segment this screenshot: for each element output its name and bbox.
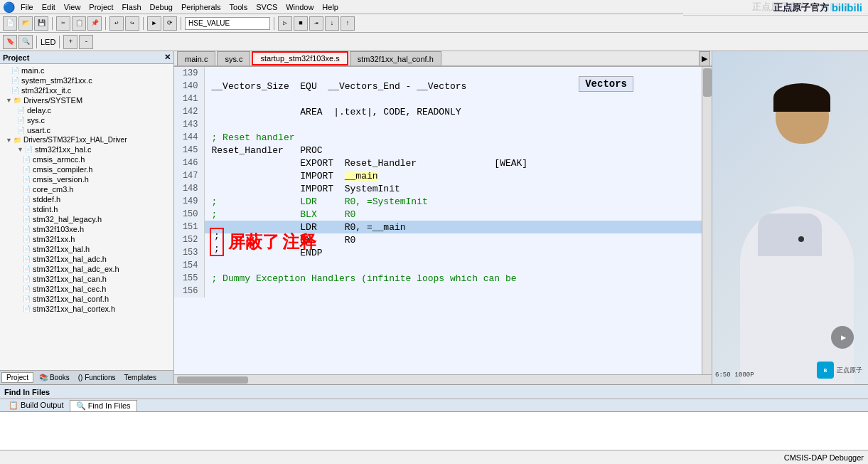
rebuild-btn[interactable]: ⟳ <box>163 16 177 31</box>
menu-item-flash[interactable]: Flash <box>122 3 141 11</box>
bookmark-btn[interactable]: 🔖 <box>3 35 17 49</box>
line-num-140: 140 <box>174 80 204 93</box>
step-out-btn[interactable]: ↑ <box>341 16 355 31</box>
menu-item-svcs[interactable]: SVCS <box>256 3 277 11</box>
menu-item-project[interactable]: Project <box>89 3 113 11</box>
file-icon: 📄 <box>23 275 31 283</box>
tree-item-system[interactable]: 📄 system_stm32f1xx.c <box>0 75 173 85</box>
tree-item-core-cm3[interactable]: 📄 core_cm3.h <box>0 184 173 194</box>
step-over-btn[interactable]: ⇥ <box>309 16 323 31</box>
tree-item-cmsis-armcc[interactable]: 📄 cmsis_armcc.h <box>0 154 173 164</box>
tree-item-hal[interactable]: ▼ 📄 stm32f1xx_hal.c <box>0 144 173 154</box>
build-btn[interactable]: ▶ <box>147 16 161 31</box>
sep-1 <box>52 17 53 30</box>
tree-item-it[interactable]: 📄 stm32f1xx_it.c <box>0 85 173 95</box>
tree-item-f103xe[interactable]: 📄 stm32f103xe.h <box>0 224 173 234</box>
tab-find-in-files[interactable]: 🔍 Find In Files <box>70 400 137 411</box>
hse-value-input[interactable] <box>185 17 270 30</box>
copy-btn[interactable]: 📋 <box>72 16 86 31</box>
tab-project[interactable]: Project <box>1 372 33 383</box>
h-scrollbar-thumb[interactable] <box>177 376 248 384</box>
menu-item-debug[interactable]: Debug <box>150 3 173 11</box>
tree-item-hal-legacy[interactable]: 📄 stm32_hal_legacy.h <box>0 214 173 224</box>
tree-item-sys[interactable]: 📄 sys.c <box>0 115 173 125</box>
toolbar-1: 📄 📂 💾 ✂ 📋 📌 ↩ ↪ ▶ ⟳ ▷ ■ ⇥ ↓ ↑ <box>0 14 868 33</box>
bili-top-brand-text: bilibili <box>832 1 862 14</box>
tree-item-hal-cec[interactable]: 📄 stm32f1xx_hal_cec.h <box>0 284 173 294</box>
tab-label: main.c <box>185 55 208 63</box>
menu-item-edit[interactable]: Edit <box>42 3 55 11</box>
line-num-146: 146 <box>174 157 204 169</box>
annotation-text-group: 屏蔽了 注释 <box>228 231 316 253</box>
tree-item-hal-h[interactable]: 📄 stm32f1xx_hal.h <box>0 244 173 254</box>
tab-main-c[interactable]: main.c <box>177 51 215 65</box>
tree-item-cmsis-version[interactable]: 📄 cmsis_version.h <box>0 174 173 184</box>
new-file-btn[interactable]: 📄 <box>3 16 17 31</box>
tab-hal-conf[interactable]: stm32f1xx_hal_conf.h <box>350 51 441 65</box>
tree-item-hal-conf[interactable]: 📄 stm32f1xx_hal_conf.h <box>0 294 173 304</box>
scrollbar-thumb[interactable] <box>703 68 712 97</box>
tree-item-drivers-system[interactable]: ▼ 📁 Drivers/SYSTEM <box>0 95 173 105</box>
tree-item-cmsis-compiler[interactable]: 📄 cmsis_compiler.h <box>0 164 173 174</box>
debug-stop-btn[interactable]: ■ <box>294 16 308 31</box>
file-icon: 📄 <box>23 246 31 253</box>
semicolon-1: ; <box>214 231 220 241</box>
code-line-149: ; LDR R0, =SystemInit <box>204 195 712 208</box>
debug-start-btn[interactable]: ▷ <box>278 16 292 31</box>
tree-item-hal-adc-ex[interactable]: 📄 stm32f1xx_hal_adc_ex.h <box>0 264 173 274</box>
menu-item-peripherals[interactable]: Peripherals <box>181 3 221 11</box>
expand-icon: ▼ <box>6 137 12 144</box>
tab-functions[interactable]: () Functions <box>74 373 120 382</box>
menu-item-view[interactable]: View <box>64 3 81 11</box>
file-icon: 📄 <box>23 176 31 183</box>
tree-item-hal-adc[interactable]: 📄 stm32f1xx_hal_adc.h <box>0 254 173 264</box>
tab-startup[interactable]: startup_stm32f103xe.s <box>252 51 348 65</box>
open-btn[interactable]: 📂 <box>18 16 33 31</box>
tree-item-hal-can[interactable]: 📄 stm32f1xx_hal_can.h <box>0 274 173 284</box>
panel-controls[interactable]: ✕ <box>164 53 171 62</box>
tab-build-output[interactable]: 📋 Build Output <box>3 400 70 411</box>
tab-books[interactable]: 📚 Books <box>35 373 74 382</box>
play-button-overlay[interactable]: ▶ <box>831 326 854 349</box>
menu-item-help[interactable]: Help <box>322 3 338 11</box>
tree-item-stddef[interactable]: 📄 stddef.h <box>0 194 173 204</box>
find-btn[interactable]: 🔍 <box>18 35 33 49</box>
tree-item-mainc[interactable]: 📄 main.c <box>0 65 173 75</box>
redo-btn[interactable]: ↪ <box>125 16 139 31</box>
tree-label: stm32f1xx_hal.h <box>33 245 90 253</box>
line-num-155: 155 <box>174 272 204 285</box>
project-tree[interactable]: 📄 main.c 📄 system_stm32f1xx.c 📄 stm32f1x… <box>0 64 173 370</box>
file-icon: 📄 <box>11 87 19 94</box>
tree-item-f1xx[interactable]: 📄 stm32f1xx.h <box>0 234 173 244</box>
tree-item-delay[interactable]: 📄 delay.c <box>0 105 173 115</box>
step-into-btn[interactable]: ↓ <box>325 16 339 31</box>
tab-templates[interactable]: Templates <box>120 373 161 382</box>
file-icon: 📄 <box>17 117 25 124</box>
menu-item-file[interactable]: File <box>21 3 33 11</box>
file-icon: 📄 <box>11 67 19 74</box>
zoom-out-btn[interactable]: - <box>79 35 93 49</box>
file-icon: 📄 <box>23 226 31 233</box>
line-num-148: 148 <box>174 182 204 195</box>
tree-label: cmsis_version.h <box>33 175 89 184</box>
tree-item-hal-driver[interactable]: ▼ 📁 Drivers/STM32F1xx_HAL_Driver <box>0 135 173 144</box>
tab-scroll-right[interactable]: ▶ <box>699 51 710 65</box>
tree-item-usart[interactable]: 📄 usart.c <box>0 125 173 135</box>
tree-item-hal-cortex[interactable]: 📄 stm32f1xx_hal_cortex.h <box>0 304 173 314</box>
paste-btn[interactable]: 📌 <box>87 16 102 31</box>
line-num-151: 151 <box>174 221 204 233</box>
menu-item-window[interactable]: Window <box>286 3 314 11</box>
tree-item-stdint[interactable]: 📄 stdint.h <box>0 204 173 214</box>
cut-btn[interactable]: ✂ <box>56 16 70 31</box>
undo-btn[interactable]: ↩ <box>109 16 124 31</box>
menu-item-tools[interactable]: Tools <box>230 3 248 11</box>
zoom-in-btn[interactable]: + <box>63 35 77 49</box>
code-content[interactable]: 139 140 __Vectors_Size EQU __Vectors_End… <box>174 67 712 374</box>
horizontal-scrollbar[interactable] <box>174 374 712 384</box>
file-icon: 📄 <box>23 295 31 302</box>
tab-sys-c[interactable]: sys.c <box>217 51 250 65</box>
bottom-section: 📋 Build Output 🔍 Find In Files <box>0 399 868 450</box>
save-btn[interactable]: 💾 <box>34 16 48 31</box>
tab-label: stm32f1xx_hal_conf.h <box>358 55 434 63</box>
vertical-scrollbar[interactable] <box>702 67 712 374</box>
